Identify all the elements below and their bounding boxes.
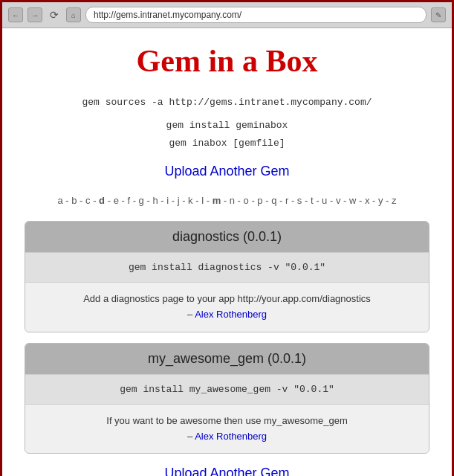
- alpha-q[interactable]: q: [271, 195, 276, 206]
- upload-link-top-anchor[interactable]: Upload Another Gem: [164, 164, 289, 178]
- alpha-f[interactable]: f: [127, 195, 130, 206]
- address-bar[interactable]: http://gems.intranet.mycompany.com/: [85, 7, 427, 23]
- code-line-2: gem install geminabox: [166, 120, 288, 131]
- alpha-e[interactable]: e: [114, 195, 119, 206]
- alpha-p[interactable]: p: [257, 195, 262, 206]
- alpha-l[interactable]: l: [201, 195, 204, 206]
- gem-desc-awesome: If you want to be awesome then use my_aw…: [25, 404, 429, 454]
- browser-chrome: ← → ⟳ ⌂ http://gems.intranet.mycompany.c…: [2, 2, 452, 28]
- alpha-x[interactable]: x: [365, 195, 370, 206]
- alpha-w[interactable]: w: [349, 195, 356, 206]
- reload-button[interactable]: ⟳: [47, 7, 62, 22]
- code-sources: gem sources -a http://gems.intranet.myco…: [25, 94, 429, 111]
- gem-header-diagnostics: diagnostics (0.0.1): [25, 222, 429, 252]
- alpha-j[interactable]: j: [178, 195, 180, 206]
- alpha-b[interactable]: b: [71, 195, 77, 206]
- gem-desc-diagnostics: Add a diagnostics page to your app http:…: [25, 282, 429, 332]
- upload-link-bottom[interactable]: Upload Another Gem: [25, 466, 429, 476]
- alpha-k[interactable]: k: [188, 195, 193, 206]
- alpha-z[interactable]: z: [392, 195, 397, 206]
- alpha-v[interactable]: v: [336, 195, 341, 206]
- gem-desc-text-diagnostics: Add a diagnostics page to your app http:…: [83, 293, 371, 304]
- alpha-i[interactable]: i: [166, 195, 169, 206]
- alpha-m[interactable]: m: [213, 195, 221, 206]
- gem-card-diagnostics: diagnostics (0.0.1) gem install diagnost…: [25, 221, 429, 332]
- back-button[interactable]: ←: [8, 7, 23, 22]
- alpha-d[interactable]: d: [99, 195, 105, 206]
- forward-button[interactable]: →: [27, 7, 42, 22]
- gem-install-diagnostics: gem install diagnostics -v "0.0.1": [25, 252, 429, 282]
- alpha-t[interactable]: t: [311, 195, 314, 206]
- alpha-a[interactable]: a: [57, 195, 62, 206]
- gem-card-awesome: my_awesome_gem (0.0.1) gem install my_aw…: [25, 343, 429, 454]
- alpha-s[interactable]: s: [297, 195, 302, 206]
- alpha-g[interactable]: g: [139, 195, 144, 206]
- alpha-r[interactable]: r: [285, 195, 288, 206]
- alpha-h[interactable]: h: [152, 195, 158, 206]
- alpha-u[interactable]: u: [322, 195, 327, 206]
- gem-header-awesome: my_awesome_gem (0.0.1): [25, 344, 429, 374]
- page-title: Gem in a Box: [25, 43, 429, 79]
- url-text: http://gems.intranet.mycompany.com/: [94, 10, 241, 20]
- gem-desc-text-awesome: If you want to be awesome then use my_aw…: [106, 415, 347, 426]
- code-install: gem install geminabox gem inabox [gemfil…: [25, 117, 429, 152]
- alpha-y[interactable]: y: [378, 195, 383, 206]
- upload-link-top[interactable]: Upload Another Gem: [25, 164, 429, 179]
- code-line-3: gem inabox [gemfile]: [169, 138, 285, 149]
- gem-install-awesome: gem install my_awesome_gem -v "0.0.1": [25, 374, 429, 404]
- gem-author-awesome[interactable]: Alex Rothenberg: [195, 431, 267, 442]
- alphabet-nav: a - b - c - d - e - f - g - h - i - j - …: [25, 191, 429, 210]
- code-line-1: gem sources -a http://gems.intranet.myco…: [82, 97, 372, 108]
- upload-link-bottom-anchor[interactable]: Upload Another Gem: [164, 466, 289, 476]
- wrench-icon[interactable]: ✎: [431, 7, 446, 22]
- alpha-o[interactable]: o: [244, 195, 249, 206]
- alpha-n[interactable]: n: [230, 195, 235, 206]
- gem-author-diagnostics[interactable]: Alex Rothenberg: [195, 309, 267, 320]
- home-button[interactable]: ⌂: [66, 7, 81, 22]
- page-content: Gem in a Box gem sources -a http://gems.…: [2, 28, 452, 476]
- alpha-c[interactable]: c: [85, 195, 91, 206]
